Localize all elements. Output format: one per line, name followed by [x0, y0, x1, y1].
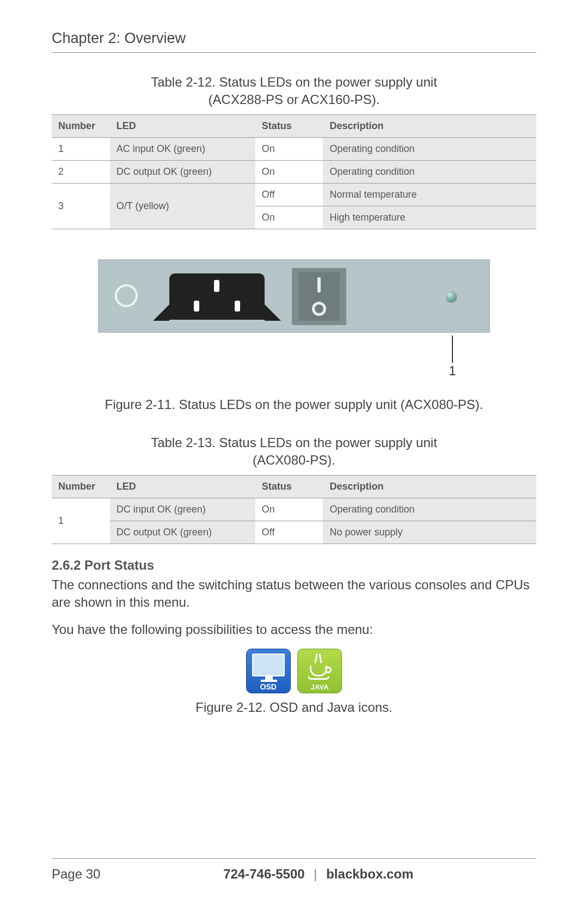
psu-diagram	[98, 259, 490, 333]
page-footer: Page 30 724-746-5500 | blackbox.com	[52, 858, 536, 882]
page-number: Page 30	[52, 867, 100, 882]
cell-description: Normal temperature	[323, 183, 536, 206]
osd-icon: OSD	[246, 649, 291, 693]
table-2-12-caption: Table 2-12. Status LEDs on the power sup…	[52, 74, 536, 109]
java-icon-label: JAVA	[298, 683, 341, 691]
table-2-13: Number LED Status Description 1 DC input…	[52, 475, 536, 544]
footer-site: blackbox.com	[326, 867, 413, 881]
outline-circle-icon	[115, 284, 138, 307]
table-row: 1 AC input OK (green) On Operating condi…	[52, 137, 536, 160]
osd-icon-label: OSD	[247, 682, 290, 691]
cell-number: 1	[52, 137, 110, 160]
cell-description: Operating condition	[323, 498, 536, 521]
table-header-row: Number LED Status Description	[52, 475, 536, 498]
table-2-13-caption: Table 2-13. Status LEDs on the power sup…	[52, 434, 536, 469]
cell-led: DC input OK (green)	[110, 498, 255, 521]
footer-separator-icon: |	[314, 867, 317, 881]
cell-number: 3	[52, 183, 110, 229]
table-row: DC output OK (green) Off No power supply	[52, 521, 536, 544]
status-led-icon	[446, 291, 457, 302]
caption-line: (ACX288-PS or ACX160-PS).	[209, 92, 380, 107]
table-row: 3 O/T (yellow) Off Normal temperature	[52, 183, 536, 206]
body-paragraph: The connections and the switching status…	[52, 576, 536, 612]
th-description: Description	[323, 475, 536, 498]
th-description: Description	[323, 114, 536, 137]
power-switch-icon	[292, 268, 346, 325]
th-number: Number	[52, 475, 110, 498]
section-2-6-2-heading: 2.6.2 Port Status	[52, 558, 536, 573]
cell-description: Operating condition	[323, 160, 536, 183]
callout-line-icon	[452, 335, 453, 363]
cell-description: High temperature	[323, 206, 536, 229]
table-row: 2 DC output OK (green) On Operating cond…	[52, 160, 536, 183]
th-status: Status	[255, 475, 323, 498]
callout-wrapper: 1	[52, 337, 536, 386]
th-led: LED	[110, 475, 255, 498]
footer-phone: 724-746-5500	[223, 867, 304, 881]
caption-line: (ACX080-PS).	[253, 453, 335, 467]
cell-status: On	[255, 498, 323, 521]
th-number: Number	[52, 114, 110, 137]
power-inlet-icon	[169, 273, 265, 320]
icon-row: OSD JAVA	[52, 649, 536, 693]
caption-line: Table 2-13. Status LEDs on the power sup…	[151, 435, 437, 450]
cell-status: On	[255, 206, 323, 229]
cell-status: On	[255, 137, 323, 160]
figure-2-11-caption: Figure 2-11. Status LEDs on the power su…	[52, 397, 536, 412]
cell-number: 2	[52, 160, 110, 183]
callout-number: 1	[444, 363, 461, 379]
table-row: 1 DC input OK (green) On Operating condi…	[52, 498, 536, 521]
chapter-title: Chapter 2: Overview	[52, 30, 536, 53]
th-status: Status	[255, 114, 323, 137]
cell-led: DC output OK (green)	[110, 521, 255, 544]
cell-number: 1	[52, 498, 110, 544]
table-2-12: Number LED Status Description 1 AC input…	[52, 114, 536, 229]
cell-led: AC input OK (green)	[110, 137, 255, 160]
cell-status: Off	[255, 521, 323, 544]
table-header-row: Number LED Status Description	[52, 114, 536, 137]
cell-led: DC output OK (green)	[110, 160, 255, 183]
th-led: LED	[110, 114, 255, 137]
body-paragraph: You have the following possibilities to …	[52, 621, 536, 638]
cell-status: On	[255, 160, 323, 183]
cell-description: Operating condition	[323, 137, 536, 160]
cell-status: Off	[255, 183, 323, 206]
cell-description: No power supply	[323, 521, 536, 544]
cell-led: O/T (yellow)	[110, 183, 255, 229]
figure-2-12-caption: Figure 2-12. OSD and Java icons.	[52, 700, 536, 715]
caption-line: Table 2-12. Status LEDs on the power sup…	[151, 75, 437, 89]
java-icon: JAVA	[297, 649, 342, 693]
